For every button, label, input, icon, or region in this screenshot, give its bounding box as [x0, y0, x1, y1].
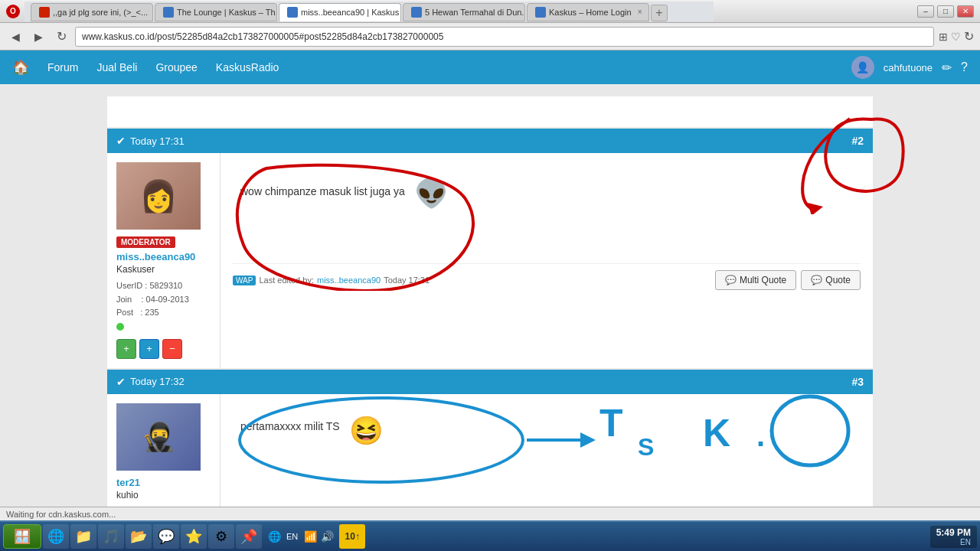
tab-label-5: Kaskus – Home Login — [549, 8, 632, 17]
post-3-avatar: 🥷 — [116, 403, 201, 471]
site-content: 🏠 Forum Jual Beli Groupee KaskusRadio 👤 … — [0, 51, 980, 520]
post-2-action-icons: + + − — [116, 339, 211, 359]
clock-date: EN — [936, 538, 971, 546]
post-3-body: 🥷 ter21 kuhio — [107, 394, 873, 507]
action-icon-blue[interactable]: + — [139, 339, 159, 359]
maximize-button[interactable]: □ — [937, 5, 954, 18]
alien-emoji: 👽 — [414, 178, 449, 210]
forum-link[interactable]: Forum — [47, 61, 78, 73]
address-bar: ◀ ▶ ↻ ⊞ ♡ ↻ — [0, 23, 980, 51]
tab-3[interactable]: miss..beeanca90 | Kaskus –... × — [279, 3, 401, 21]
start-button[interactable]: 🪟 — [3, 524, 41, 549]
groupee-link[interactable]: Groupee — [155, 61, 197, 73]
tab-4[interactable]: 5 Hewan Termahal di Dun... × — [403, 3, 525, 21]
tab-1[interactable]: ,,ga jd plg sore ini, (>_<... × — [31, 3, 153, 21]
tab-icon-1 — [39, 7, 50, 18]
quote-buttons: 💬 Multi Quote 💬 Quote — [715, 270, 861, 290]
taskbar-icon-extra[interactable]: 📌 — [236, 524, 262, 549]
heart-icon[interactable]: ♡ — [951, 31, 961, 43]
taskbar-icon-star[interactable]: ⭐ — [181, 524, 207, 549]
post-2-block: ✔ Today 17:31 #2 — [107, 129, 873, 368]
close-button[interactable]: ✕ — [957, 5, 974, 18]
kaskus-navbar: 🏠 Forum Jual Beli Groupee KaskusRadio 👤 … — [0, 51, 980, 84]
window-controls: – □ ✕ — [917, 5, 974, 18]
action-icon-green[interactable]: + — [116, 339, 136, 359]
reload-button[interactable]: ↻ — [52, 28, 70, 46]
taskbar-icon-files[interactable]: 📂 — [126, 524, 152, 549]
post-2-time: ✔ Today 17:31 — [116, 135, 185, 147]
nav-extra: ⊞ ♡ ↻ — [939, 29, 974, 44]
edited-by-link[interactable]: miss..beeanca90 — [317, 276, 381, 285]
wap-edited-info: WAP Last edited by: miss..beeanca90 Toda… — [233, 276, 430, 285]
action-icon-red[interactable]: − — [162, 339, 182, 359]
user-avatar: 👤 — [851, 56, 874, 79]
quote-button[interactable]: 💬 Quote — [801, 270, 861, 290]
post-3-header: ✔ Today 17:32 #3 — [107, 370, 873, 394]
grid-icon[interactable]: ⊞ — [939, 31, 948, 43]
notification-badge[interactable]: 10↑ — [339, 524, 365, 549]
post-container: ✔ Today 17:31 #2 — [107, 90, 873, 507]
taskbar-icon-browser[interactable]: 🌐 — [43, 524, 69, 549]
post-2-body: 👩 MODERATOR miss..beeanca90 Kaskuser Use… — [107, 153, 873, 368]
post-2-user-panel: 👩 MODERATOR miss..beeanca90 Kaskuser Use… — [107, 153, 220, 368]
post-3-time: ✔ Today 17:32 — [116, 376, 185, 388]
tabs-row: ,,ga jd plg sore ini, (>_<... × The Loun… — [24, 2, 714, 21]
post-3-timestamp: Today 17:32 — [130, 376, 185, 387]
post-3-username[interactable]: ter21 — [116, 477, 211, 488]
post-2-header: ✔ Today 17:31 #2 — [107, 129, 873, 153]
tab-label-3: miss..beeanca90 | Kaskus –... — [301, 8, 401, 17]
taskbar-icon-settings[interactable]: ⚙ — [208, 524, 234, 549]
tab-icon-3 — [287, 7, 298, 18]
post-2-content-area: wow chimpanze masuk list juga ya 👽 WAP L… — [220, 153, 873, 368]
edit-icon[interactable]: ✏ — [942, 60, 952, 75]
post-2-username[interactable]: miss..beeanca90 — [116, 251, 211, 262]
post-2-message-text: wow chimpanze masuk list juga ya — [240, 178, 405, 197]
post-3-message-row: pertamaxxxx milit TS 😆 — [233, 403, 861, 455]
tab-2[interactable]: The Lounge | Kaskus – Th... × — [155, 3, 277, 21]
url-input[interactable] — [75, 27, 934, 47]
online-indicator — [116, 323, 124, 331]
quote-icon: 💬 — [811, 275, 822, 285]
post-area: ✔ Today 17:31 #2 — [0, 84, 980, 507]
tab-label-2: The Lounge | Kaskus – Th... — [177, 8, 277, 17]
nav-right: 👤 cahfutuone ✏ ? — [851, 56, 968, 79]
post-content-spacer — [233, 217, 861, 263]
home-nav-button[interactable]: 🏠 — [12, 59, 29, 76]
post-2-stats: UserID : 5829310 Join : 04-09-2013 Post … — [116, 279, 211, 320]
taskbar-icon-media[interactable]: 🎵 — [98, 524, 124, 549]
post-2-message-row: wow chimpanze masuk list juga ya 👽 — [233, 162, 861, 217]
taskbar-icon-msg[interactable]: 💬 — [153, 524, 179, 549]
tab-5[interactable]: Kaskus – Home Login × — [527, 3, 649, 21]
post-2-timestamp: Today 17:31 — [130, 135, 185, 147]
tray-icon-lang: 🌐 — [266, 529, 282, 544]
spacer-top — [107, 90, 873, 96]
reload-small-icon[interactable]: ↻ — [964, 29, 974, 44]
tab-icon-5 — [535, 7, 546, 18]
tab-icon-2 — [163, 7, 174, 18]
system-tray: 🌐 EN 📶 🔊 — [263, 529, 338, 544]
taskbar-clock: 5:49 PM EN — [930, 526, 977, 548]
tab-label-1: ,,ga jd plg sore ini, (>_<... — [53, 8, 148, 17]
post-3-user-panel: 🥷 ter21 kuhio — [107, 394, 220, 507]
kaskusradio-link[interactable]: KaskusRadio — [216, 61, 279, 73]
back-button[interactable]: ◀ — [6, 28, 24, 46]
post-2-num-container: #2 — [851, 135, 864, 147]
jualbeli-link[interactable]: Jual Beli — [96, 61, 137, 73]
post-2-avatar: 👩 — [116, 162, 201, 230]
above-post-bar — [107, 96, 873, 127]
post-3-content-area: T S K . pertamaxxxx milit TS — [220, 394, 873, 507]
browser-frame: O ,,ga jd plg sore ini, (>_<... × The Lo… — [0, 0, 980, 551]
taskbar-icon-folder[interactable]: 📁 — [70, 524, 96, 549]
tab-label-4: 5 Hewan Termahal di Dun... — [425, 8, 525, 17]
title-bar-left: O ,,ga jd plg sore ini, (>_<... × The Lo… — [6, 2, 714, 21]
post-3-rank: kuhio — [116, 490, 211, 500]
laugh-emoji: 😆 — [349, 415, 384, 447]
wap-badge: WAP — [233, 276, 256, 285]
new-tab-button[interactable]: + — [651, 5, 668, 21]
tab-close-5[interactable]: × — [638, 8, 642, 16]
post-3-message-text: pertamaxxxx milit TS — [240, 420, 340, 432]
forward-button[interactable]: ▶ — [29, 28, 47, 46]
help-icon[interactable]: ? — [961, 60, 968, 74]
multi-quote-button[interactable]: 💬 Multi Quote — [715, 270, 796, 290]
minimize-button[interactable]: – — [917, 5, 934, 18]
